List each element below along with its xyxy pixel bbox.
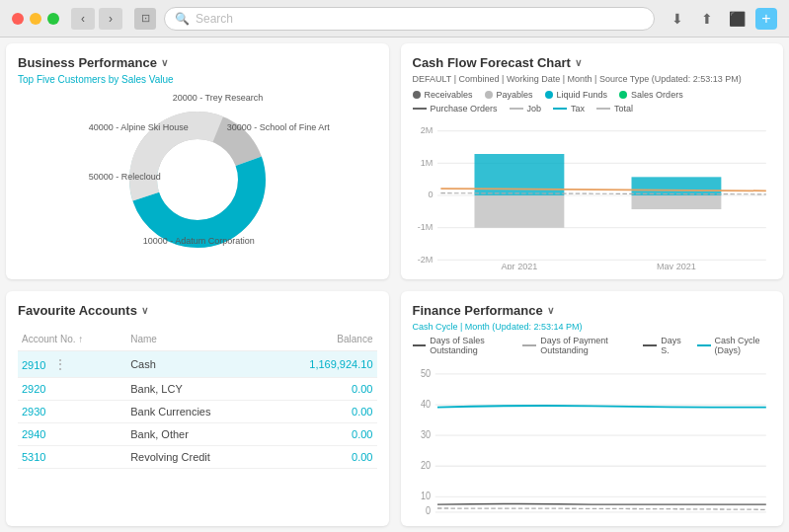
back-button[interactable]: ‹ xyxy=(71,8,95,30)
titlebar: ‹ › ⊡ 🔍 Search ⬇ ⬆ ⬛ + xyxy=(0,0,789,38)
account-balance: 0.00 xyxy=(265,422,376,445)
account-number[interactable]: 2910 ⋮ xyxy=(18,350,126,377)
legend-job: Job xyxy=(510,104,542,114)
account-number[interactable]: 5310 xyxy=(18,445,126,468)
favourite-accounts-panel: Favourite Accounts ∨ Account No. ↑ Name … xyxy=(6,291,389,527)
account-balance: 1,169,924.10 xyxy=(265,350,376,377)
svg-text:40: 40 xyxy=(421,398,432,410)
account-name: Bank Currencies xyxy=(126,400,265,422)
table-row: 2910 ⋮ Cash 1,169,924.10 xyxy=(18,350,377,377)
label-adatum: 10000 - Adatum Corporation xyxy=(143,236,255,246)
account-balance: 0.00 xyxy=(265,400,376,422)
cashflow-panel: Cash Flow Forecast Chart ∨ DEFAULT | Com… xyxy=(401,43,784,279)
finance-chart-svg: 50 40 30 20 10 0 xyxy=(413,361,772,515)
add-button[interactable]: + xyxy=(755,8,777,30)
finance-performance-panel: Finance Performance ∨ Cash Cycle | Month… xyxy=(401,291,784,527)
legend-line-days-s xyxy=(643,344,657,346)
svg-text:30: 30 xyxy=(421,428,432,440)
label-relecloud: 50000 - Relecloud xyxy=(89,172,161,182)
table-row: 2940 Bank, Other 0.00 xyxy=(18,422,377,445)
cf-subtitle: DEFAULT | Combined | Working Date | Mont… xyxy=(413,74,772,84)
download-icon[interactable]: ⬇ xyxy=(667,8,688,30)
cf-chevron-icon[interactable]: ∨ xyxy=(575,57,582,68)
account-number[interactable]: 2920 xyxy=(18,377,126,400)
fp-chevron-icon[interactable]: ∨ xyxy=(547,305,554,316)
svg-text:20: 20 xyxy=(421,459,432,471)
account-balance: 0.00 xyxy=(265,377,376,400)
legend-tax: Tax xyxy=(553,104,585,114)
bar-may-negative xyxy=(631,195,721,209)
main-content: Business Performance ∨ Top Five Customer… xyxy=(0,38,789,532)
col-balance[interactable]: Balance xyxy=(265,330,376,351)
svg-text:2M: 2M xyxy=(420,125,433,135)
traffic-lights xyxy=(12,13,59,25)
account-balance: 0.00 xyxy=(265,445,376,468)
accounts-table-container: Account No. ↑ Name Balance 2910 ⋮ Cash 1… xyxy=(18,330,377,515)
maximize-button[interactable] xyxy=(47,13,59,25)
label-trey: 20000 - Trey Research xyxy=(173,93,264,103)
fp-chart-area: 50 40 30 20 10 0 xyxy=(413,361,772,515)
svg-text:0: 0 xyxy=(428,190,433,199)
cashflow-chart-svg: 2M 1M 0 -1M -2M xyxy=(413,119,772,269)
donut-chart-area: 20000 - Trey Research 40000 - Alpine Ski… xyxy=(18,93,377,267)
search-bar[interactable]: 🔍 Search xyxy=(164,7,655,31)
cashflow-title: Cash Flow Forecast Chart ∨ xyxy=(413,55,772,70)
account-name: Cash xyxy=(126,350,265,377)
svg-text:Apr 2021: Apr 2021 xyxy=(501,262,537,269)
cf-chart-area: 2M 1M 0 -1M -2M xyxy=(413,119,772,269)
table-row: 5310 Revolving Credit 0.00 xyxy=(18,445,377,468)
col-account-no[interactable]: Account No. ↑ xyxy=(18,330,126,351)
browser-icon: ⊡ xyxy=(134,8,156,30)
row-menu-icon[interactable]: ⋮ xyxy=(53,356,67,372)
legend-days-payment: Days of Payment Outstanding xyxy=(522,336,631,355)
legend-receivables: Receivables xyxy=(413,90,473,100)
account-number[interactable]: 2940 xyxy=(18,422,126,445)
svg-text:May 2021: May 2021 xyxy=(657,262,696,269)
svg-text:10: 10 xyxy=(421,490,432,501)
legend-purchase-orders: Purchase Orders xyxy=(413,104,498,114)
account-name: Revolving Credit xyxy=(126,445,265,468)
line-cash-cycle xyxy=(436,405,765,407)
label-school: 30000 - School of Fine Art xyxy=(227,122,330,132)
legend-cash-cycle: Cash Cycle (Days) xyxy=(697,336,771,355)
table-row: 2920 Bank, LCY 0.00 xyxy=(18,377,377,400)
legend-line-days-payment xyxy=(522,344,536,346)
line-days-sales xyxy=(436,503,765,504)
nav-buttons: ‹ › xyxy=(71,8,122,30)
share-icon[interactable]: ⬆ xyxy=(696,8,718,30)
search-icon: 🔍 xyxy=(175,12,190,26)
col-name[interactable]: Name xyxy=(126,330,265,351)
bar-may-positive xyxy=(631,177,721,195)
business-performance-panel: Business Performance ∨ Top Five Customer… xyxy=(6,43,389,279)
svg-text:-1M: -1M xyxy=(417,222,433,232)
cast-icon[interactable]: ⬛ xyxy=(726,8,748,30)
fa-chevron-icon[interactable]: ∨ xyxy=(141,305,148,316)
svg-text:-2M: -2M xyxy=(417,255,433,265)
search-placeholder: Search xyxy=(196,12,233,26)
finance-performance-title: Finance Performance ∨ xyxy=(413,303,772,318)
legend-liquid-funds: Liquid Funds xyxy=(545,90,608,100)
accounts-table: Account No. ↑ Name Balance 2910 ⋮ Cash 1… xyxy=(18,330,377,469)
minimize-button[interactable] xyxy=(30,13,41,25)
fp-legend: Days of Sales Outstanding Days of Paymen… xyxy=(413,336,772,355)
close-button[interactable] xyxy=(12,13,24,25)
legend-days-sales: Days of Sales Outstanding xyxy=(413,336,512,355)
legend-line-days-sales xyxy=(413,344,427,346)
bp-chevron-icon[interactable]: ∨ xyxy=(161,57,168,68)
account-number[interactable]: 2930 xyxy=(18,400,126,422)
forward-button[interactable]: › xyxy=(99,8,122,30)
account-name: Bank, LCY xyxy=(126,377,265,400)
bp-subtitle: Top Five Customers by Sales Value xyxy=(18,74,377,85)
svg-text:50: 50 xyxy=(421,366,432,378)
legend-sales-orders: Sales Orders xyxy=(619,90,683,100)
favourite-accounts-title: Favourite Accounts ∨ xyxy=(18,303,377,318)
business-performance-title: Business Performance ∨ xyxy=(18,55,377,70)
svg-text:1M: 1M xyxy=(420,158,433,168)
legend-line-cash-cycle xyxy=(697,344,711,346)
account-name: Bank, Other xyxy=(126,422,265,445)
toolbar-icons: ⬇ ⬆ ⬛ xyxy=(667,8,748,30)
svg-text:0: 0 xyxy=(426,504,432,514)
table-row: 2930 Bank Currencies 0.00 xyxy=(18,400,377,422)
bar-apr-negative xyxy=(474,195,564,228)
legend-days-s: Days S. xyxy=(643,336,685,355)
